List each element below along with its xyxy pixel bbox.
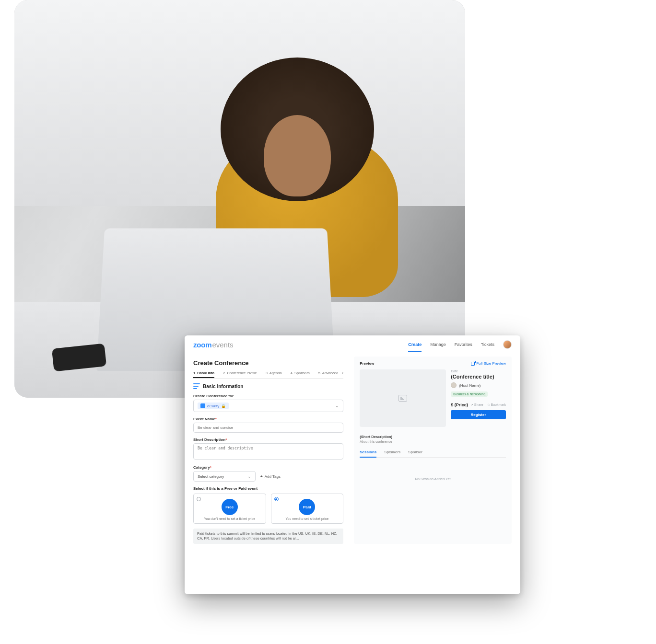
radio-paid[interactable] <box>274 497 279 501</box>
preview-column: Preview Full-Size Preview Date (Conferen… <box>354 356 512 544</box>
short-description-input[interactable] <box>193 443 343 460</box>
event-name-input[interactable] <box>193 423 343 433</box>
subtab-sessions[interactable]: Sessions <box>360 450 376 458</box>
free-pill: Free <box>222 499 238 515</box>
lock-icon: 🔒 <box>221 404 226 408</box>
preview-subtabs: Sessions Speakers Sponsor <box>360 450 506 458</box>
full-size-preview-button[interactable]: Full-Size Preview <box>471 361 506 366</box>
share-button[interactable]: ↗ Share <box>470 403 483 407</box>
field-short-description: Short Description* <box>193 437 343 460</box>
field-category: Category* Select category ⌄ Add Tags <box>193 465 343 482</box>
add-tags-button[interactable]: Add Tags <box>260 474 281 479</box>
paid-pill: Paid <box>299 499 315 515</box>
option-paid[interactable]: Paid You need to set a ticket price <box>271 494 344 524</box>
hub-value: eCurity <box>207 404 219 408</box>
chevron-down-icon: ⌄ <box>247 474 251 479</box>
create-form-column: Create Conference 1. Basic Info · 2. Con… <box>193 356 343 544</box>
image-placeholder-icon <box>398 395 407 402</box>
radio-free[interactable] <box>197 497 201 501</box>
subtab-speakers[interactable]: Speakers <box>384 450 400 457</box>
preview-thumbnail <box>360 369 446 427</box>
preview-category-badge: Business & Networking <box>451 391 488 397</box>
hub-label: Create Conference for <box>193 394 343 398</box>
section-header: Basic Information <box>193 383 343 389</box>
free-paid-label: Select if this is a Free or Paid event <box>193 486 343 491</box>
chevron-right-icon[interactable]: › <box>342 370 343 375</box>
bookmark-button[interactable]: ☆ Bookmark <box>487 403 506 407</box>
hub-icon <box>200 403 205 408</box>
section-title: Basic Information <box>203 384 243 389</box>
step-agenda[interactable]: 3. Agenda <box>266 371 282 375</box>
free-paid-group: Free You don't need to set a ticket pric… <box>193 494 343 524</box>
preview-conference-title: (Conference title) <box>451 374 506 380</box>
category-placeholder: Select category <box>198 474 224 479</box>
category-label: Category* <box>193 465 343 470</box>
step-advanced[interactable]: 5. Advanced <box>318 371 338 375</box>
chevron-down-icon: ⌄ <box>335 403 339 408</box>
expand-icon <box>471 362 475 366</box>
nav-favorites[interactable]: Favorites <box>455 342 472 347</box>
preview-price: $ (Price) <box>451 402 468 407</box>
top-nav: Create Manage Favorites Tickets <box>408 340 512 349</box>
step-conference-profile[interactable]: 2. Conference Profile <box>223 371 257 375</box>
nav-create[interactable]: Create <box>408 342 422 347</box>
brand-events: events <box>212 341 233 349</box>
wizard-steps: 1. Basic Info · 2. Conference Profile · … <box>193 370 343 379</box>
host-avatar-icon <box>451 382 457 388</box>
preview-short-desc-title: (Short Description) <box>360 435 506 439</box>
zoom-events-window: zoom events Create Manage Favorites Tick… <box>185 335 520 594</box>
brand-zoom: zoom <box>193 341 211 349</box>
preview-short-desc-hint: About this conference <box>360 440 506 443</box>
sessions-empty-state: No Session Added Yet <box>360 458 506 500</box>
topbar: zoom events Create Manage Favorites Tick… <box>185 335 520 353</box>
preview-host-name: (Host Name) <box>459 383 480 388</box>
option-free[interactable]: Free You don't need to set a ticket pric… <box>193 494 266 524</box>
step-basic-info[interactable]: 1. Basic Info <box>193 371 214 378</box>
field-event-name: Event Name* <box>193 417 343 433</box>
preview-date-label: Date <box>451 369 506 373</box>
nav-tickets[interactable]: Tickets <box>481 342 494 347</box>
preview-heading: Preview <box>360 361 374 366</box>
hub-select[interactable]: eCurity 🔒 ⌄ <box>193 400 343 412</box>
category-select[interactable]: Select category ⌄ <box>193 471 256 482</box>
list-icon <box>193 383 200 389</box>
field-hub: Create Conference for eCurity 🔒 ⌄ <box>193 394 343 412</box>
register-button[interactable]: Register <box>451 410 506 419</box>
free-caption: You don't need to set a ticket price <box>198 517 262 520</box>
page-title: Create Conference <box>193 359 343 367</box>
preview-short-description: (Short Description) About this conferenc… <box>360 435 506 443</box>
step-sponsors[interactable]: 4. Sponsors <box>291 371 310 375</box>
nav-manage[interactable]: Manage <box>430 342 446 347</box>
short-description-label: Short Description* <box>193 437 343 442</box>
subtab-sponsor[interactable]: Sponsor <box>408 450 422 457</box>
paid-ticket-notice: Paid tickets to this summit will be limi… <box>193 529 343 544</box>
paid-caption: You need to set a ticket price <box>275 517 340 520</box>
avatar[interactable] <box>503 340 512 349</box>
preview-meta: Date (Conference title) (Host Name) Busi… <box>451 369 506 427</box>
brand-logo: zoom events <box>193 341 234 349</box>
event-name-label: Event Name* <box>193 417 343 421</box>
